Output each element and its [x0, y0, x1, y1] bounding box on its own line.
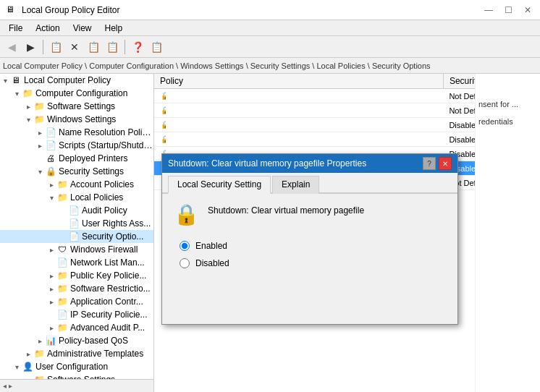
tree-label-dp: Deployed Printers	[59, 153, 127, 163]
tree-expand-pbq[interactable]: ▸	[35, 336, 45, 346]
maximize-button[interactable]: ☐	[502, 5, 515, 15]
minimize-button[interactable]: —	[481, 5, 496, 15]
menu-help[interactable]: Help	[99, 22, 129, 35]
tree-item-ss[interactable]: ▸📁Software Settings	[0, 100, 153, 113]
tree-label-ap: Account Policies	[70, 179, 134, 189]
tree-item-wf[interactable]: ▸🛡Windows Firewall	[0, 243, 153, 256]
tree-expand-uc[interactable]: ▾	[12, 362, 22, 372]
tree-item-pbq[interactable]: ▸📊Policy-based QoS	[0, 334, 153, 347]
right-panel: Policy Security Setting 🔒Network securit…	[154, 74, 540, 392]
tree-expand-dp[interactable]	[35, 153, 45, 163]
tree-item-ws[interactable]: ▾📁Windows Settings	[0, 113, 153, 126]
tree-item-uss[interactable]: ▸📁Software Settings	[0, 373, 153, 379]
tree-expand-ac[interactable]: ▸	[46, 297, 56, 307]
tree-icon-audpol: 📄	[68, 205, 80, 216]
tree-expand-audpol[interactable]	[58, 205, 68, 216]
show-hide-tree-button[interactable]: 📋	[47, 38, 64, 56]
tree-label-admt: Administrative Templates	[47, 349, 143, 359]
delete-button[interactable]: ✕	[66, 38, 83, 56]
tree-item-nr[interactable]: ▸📄Name Resolution Polic...	[0, 126, 153, 139]
modal-titlebar: Shutdown: Clear virtual memory pagefile …	[162, 154, 457, 173]
tree-expand-ws[interactable]: ▾	[23, 114, 33, 124]
menu-action[interactable]: Action	[30, 22, 65, 35]
modal-close-button[interactable]: ✕	[439, 157, 452, 170]
modal-help-button[interactable]: ?	[423, 157, 436, 170]
tree-item-audpol[interactable]: 📄Audit Policy	[0, 204, 153, 217]
modal-policy-title: Shutdown: Clear virtual memory pagefile	[208, 203, 364, 216]
forward-button[interactable]: ▶	[22, 38, 39, 56]
tree-expand-ura[interactable]	[58, 218, 68, 229]
tree-item-secopt[interactable]: 📄Security Optio...	[0, 230, 153, 243]
tree-label-ss: Software Settings	[47, 101, 115, 111]
tree-label-sc: Scripts (Startup/Shutdo...	[59, 140, 153, 150]
tree-expand-cc[interactable]: ▾	[12, 88, 22, 98]
tree-expand-admt[interactable]: ▸	[23, 349, 33, 359]
tree-label-sr: Software Restrictio...	[70, 284, 151, 294]
col-header-policy[interactable]: Policy	[154, 74, 443, 89]
tree-expand-ips[interactable]	[46, 310, 56, 320]
tree-icon-ap: 📁	[56, 179, 68, 189]
tree-expand-lcp[interactable]: ▾	[0, 75, 10, 85]
tree-item-aap[interactable]: ▸📁Advanced Audit P...	[0, 321, 153, 334]
right-partial: nsent for ... redentials	[475, 74, 540, 392]
tree-label-uc: User Configuration	[35, 362, 108, 372]
menu-file[interactable]: File	[3, 22, 28, 35]
tree-item-ac[interactable]: ▸📁Application Contr...	[0, 295, 153, 308]
tree-expand-pkp[interactable]: ▸	[46, 270, 56, 281]
tree-expand-lp[interactable]: ▾	[46, 192, 56, 203]
tab-explain[interactable]: Explain	[272, 176, 319, 194]
tree-expand-sc[interactable]: ▸	[35, 140, 45, 150]
tree-expand-ss[interactable]: ▸	[23, 101, 33, 111]
back-button[interactable]: ◀	[3, 38, 20, 56]
tree-icon-secopt: 📄	[68, 231, 80, 242]
tree-item-dp[interactable]: 🖨Deployed Printers	[0, 152, 153, 165]
tree-expand-ap[interactable]: ▸	[46, 179, 56, 189]
tree-scrollbar[interactable]: ◂ ▸	[0, 379, 153, 392]
tree-icon-cc: 📁	[22, 88, 33, 98]
tree-icon-ws: 📁	[33, 114, 45, 124]
tree-item-cc[interactable]: ▾📁Computer Configuration	[0, 87, 153, 100]
properties-button[interactable]: 📋	[85, 38, 102, 56]
tree-item-sr[interactable]: ▸📁Software Restrictio...	[0, 282, 153, 295]
tree-item-ura[interactable]: 📄User Rights Ass...	[0, 217, 153, 230]
tree-item-lp[interactable]: ▾📁Local Policies	[0, 191, 153, 204]
tree-label-pkp: Public Key Policie...	[70, 270, 146, 281]
tree-icon-sr: 📁	[56, 284, 68, 294]
tree-expand-secopt[interactable]	[58, 231, 68, 242]
tree-item-ap[interactable]: ▸📁Account Policies	[0, 178, 153, 191]
modal-body: 🔒 Shutdown: Clear virtual memory pagefil…	[162, 194, 457, 324]
tree-label-nr: Name Resolution Polic...	[59, 127, 153, 137]
address-text: Local Computer Policy \ Computer Configu…	[3, 61, 431, 70]
tree-item-admt[interactable]: ▸📁Administrative Templates	[0, 347, 153, 360]
tree-item-nlm[interactable]: 📄Network List Man...	[0, 256, 153, 269]
toolbar-separator-2	[125, 40, 125, 54]
tree-icon-ura: 📄	[68, 218, 80, 229]
close-button[interactable]: ✕	[521, 5, 534, 15]
tree-expand-nlm[interactable]	[46, 257, 56, 268]
tree-item-secsett[interactable]: ▾🔒Security Settings	[0, 165, 153, 178]
tree-icon-admt: 📁	[33, 349, 45, 359]
tree-expand-wf[interactable]: ▸	[46, 244, 56, 255]
tree-expand-nr[interactable]: ▸	[35, 127, 45, 137]
tree-item-pkp[interactable]: ▸📁Public Key Policie...	[0, 269, 153, 282]
refresh-button[interactable]: 📋	[104, 38, 121, 56]
menu-view[interactable]: View	[67, 22, 98, 35]
toolbar: ◀ ▶ 📋 ✕ 📋 📋 ❓ 📋	[0, 36, 540, 58]
tree-expand-secsett[interactable]: ▾	[35, 166, 45, 176]
tree-item-ips[interactable]: 📄IP Security Policie...	[0, 308, 153, 321]
radio-disabled[interactable]	[180, 258, 190, 268]
tree-icon-wf: 🛡	[56, 244, 68, 255]
radio-enabled-label: Enabled	[195, 241, 227, 251]
title-bar-left: 🖥 Local Group Policy Editor	[6, 4, 119, 16]
tree-item-lcp[interactable]: ▾🖥Local Computer Policy	[0, 74, 153, 87]
export-button[interactable]: 📋	[148, 38, 165, 56]
tree-expand-uss[interactable]: ▸	[23, 375, 33, 379]
tree-scroll[interactable]: ▾🖥Local Computer Policy▾📁Computer Config…	[0, 74, 153, 379]
tab-local-security[interactable]: Local Security Setting	[168, 176, 271, 194]
tree-expand-aap[interactable]: ▸	[46, 323, 56, 333]
tree-item-sc[interactable]: ▸📄Scripts (Startup/Shutdo...	[0, 139, 153, 152]
tree-item-uc[interactable]: ▾👤User Configuration	[0, 360, 153, 373]
radio-enabled[interactable]	[180, 241, 190, 251]
tree-expand-sr[interactable]: ▸	[46, 284, 56, 294]
help-button[interactable]: ❓	[129, 38, 146, 56]
